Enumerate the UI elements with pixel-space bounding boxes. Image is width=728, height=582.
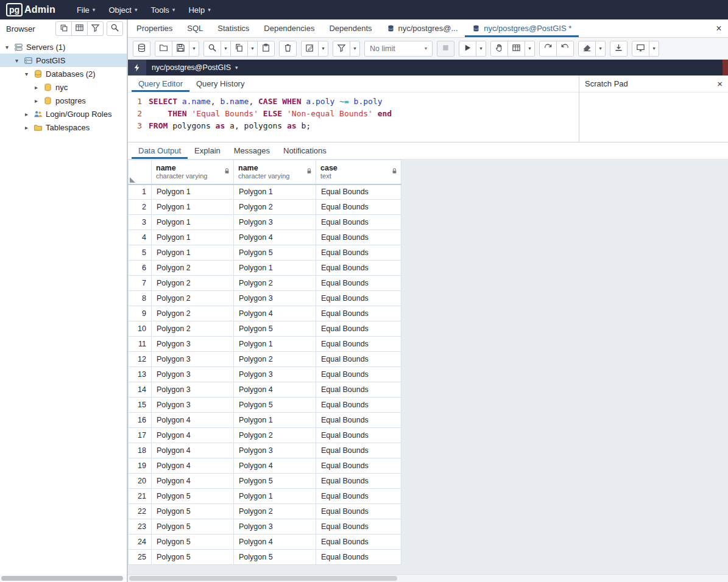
row-number[interactable]: 7: [129, 276, 152, 291]
view-data-button[interactable]: [490, 41, 508, 57]
cell-name-a[interactable]: Polygon 2: [152, 291, 234, 306]
cell-name-a[interactable]: Polygon 2: [152, 306, 234, 321]
cell-name-a[interactable]: Polygon 4: [152, 474, 234, 489]
cell-name-b[interactable]: Polygon 2: [234, 428, 316, 443]
save-file-button[interactable]: [172, 41, 189, 57]
cell-case[interactable]: Equal Bounds: [316, 428, 401, 443]
cell-name-a[interactable]: Polygon 1: [152, 230, 234, 245]
cell-name-a[interactable]: Polygon 1: [152, 215, 234, 230]
tab-properties[interactable]: Properties: [129, 19, 180, 37]
cell-name-b[interactable]: Polygon 5: [234, 474, 316, 489]
grid-scrollbar-thumb[interactable]: [129, 576, 397, 581]
tab-sql[interactable]: SQL: [180, 19, 210, 37]
row-number[interactable]: 16: [129, 413, 152, 428]
cell-name-b[interactable]: Polygon 4: [234, 535, 316, 550]
column-header-case-2[interactable]: casetext: [316, 160, 401, 184]
cell-case[interactable]: Equal Bounds: [316, 321, 401, 337]
chevron-right-icon[interactable]: ▸: [23, 124, 30, 131]
row-number[interactable]: 6: [129, 261, 152, 276]
cell-case[interactable]: Equal Bounds: [316, 474, 401, 489]
edit-options-button[interactable]: ▾: [318, 41, 328, 57]
cell-case[interactable]: Equal Bounds: [316, 382, 401, 398]
tree-item-databases-2[interactable]: ▾Databases (2): [0, 67, 127, 80]
menu-help[interactable]: Help▾: [182, 0, 217, 19]
execute-options-button[interactable]: ▾: [476, 41, 486, 57]
cell-name-b[interactable]: Polygon 2: [234, 276, 316, 291]
cell-name-b[interactable]: Polygon 4: [234, 382, 316, 398]
cell-name-b[interactable]: Polygon 2: [234, 352, 316, 367]
download-button[interactable]: [610, 41, 627, 57]
tab-dependents[interactable]: Dependents: [322, 19, 379, 37]
scratch-pad-input[interactable]: [579, 93, 728, 142]
filter-button[interactable]: [333, 41, 350, 57]
table-view-button[interactable]: [71, 21, 88, 36]
grid-horizontal-scrollbar[interactable]: [128, 574, 728, 582]
cell-case[interactable]: Equal Bounds: [316, 489, 401, 504]
cell-case[interactable]: Equal Bounds: [316, 276, 401, 291]
filter-options-button[interactable]: ▾: [350, 41, 360, 57]
tab-query-history[interactable]: Query History: [189, 75, 251, 92]
tab-data-output[interactable]: Data Output: [132, 142, 188, 159]
chevron-right-icon[interactable]: ▸: [23, 111, 30, 117]
open-file-button[interactable]: [155, 41, 172, 57]
cell-name-a[interactable]: Polygon 5: [152, 550, 234, 565]
cell-name-b[interactable]: Polygon 3: [234, 519, 316, 535]
cell-name-b[interactable]: Polygon 3: [234, 443, 316, 458]
column-header-name-1[interactable]: namecharacter varying: [234, 160, 316, 184]
query-tool-button[interactable]: [133, 41, 150, 57]
delete-button[interactable]: [279, 41, 297, 57]
row-number[interactable]: 22: [129, 504, 152, 519]
cell-name-b[interactable]: Polygon 2: [234, 200, 316, 215]
cell-name-b[interactable]: Polygon 3: [234, 367, 316, 382]
cell-name-b[interactable]: Polygon 1: [234, 261, 316, 276]
cell-case[interactable]: Equal Bounds: [316, 337, 401, 352]
menu-file[interactable]: File▾: [70, 0, 102, 19]
tab-nyc-postgres[interactable]: nyc/postgres@...: [380, 19, 465, 37]
cell-name-b[interactable]: Polygon 5: [234, 398, 316, 413]
tree-item-servers-1[interactable]: ▾Servers (1): [0, 40, 127, 54]
cell-name-a[interactable]: Polygon 5: [152, 519, 234, 535]
find-options-button[interactable]: ▾: [221, 41, 231, 57]
cell-case[interactable]: Equal Bounds: [316, 443, 401, 458]
cell-case[interactable]: Equal Bounds: [316, 200, 401, 215]
row-number[interactable]: 12: [129, 352, 152, 367]
rollback-button[interactable]: [556, 41, 574, 57]
cell-case[interactable]: Equal Bounds: [316, 215, 401, 230]
macros-button[interactable]: [632, 41, 649, 57]
cell-name-b[interactable]: Polygon 4: [234, 306, 316, 321]
cell-name-b[interactable]: Polygon 1: [234, 489, 316, 504]
cell-name-b[interactable]: Polygon 3: [234, 291, 316, 306]
save-file-options-button[interactable]: ▾: [189, 41, 199, 57]
cell-name-a[interactable]: Polygon 5: [152, 535, 234, 550]
cell-case[interactable]: Equal Bounds: [316, 230, 401, 245]
tree-item-postgres[interactable]: ▸postgres: [0, 94, 127, 107]
row-number[interactable]: 4: [129, 230, 152, 245]
sql-editor[interactable]: 1SELECT a.name, b.name, CASE WHEN a.poly…: [128, 93, 579, 142]
chevron-down-icon[interactable]: ▾: [23, 71, 30, 77]
row-number[interactable]: 18: [129, 443, 152, 458]
row-number[interactable]: 19: [129, 458, 152, 474]
row-number[interactable]: 14: [129, 382, 152, 398]
execute-button[interactable]: [459, 41, 476, 57]
cell-name-a[interactable]: Polygon 5: [152, 504, 234, 519]
row-number[interactable]: 8: [129, 291, 152, 306]
cell-case[interactable]: Equal Bounds: [316, 352, 401, 367]
cell-name-a[interactable]: Polygon 2: [152, 321, 234, 337]
cell-name-a[interactable]: Polygon 3: [152, 367, 234, 382]
cell-name-b[interactable]: Polygon 1: [234, 184, 316, 200]
row-number[interactable]: 21: [129, 489, 152, 504]
column-header-name-0[interactable]: namecharacter varying: [152, 160, 234, 184]
tree-item-login-group-roles[interactable]: ▸Login/Group Roles: [0, 107, 127, 121]
tree-filter-button[interactable]: [87, 21, 104, 36]
cell-name-b[interactable]: Polygon 2: [234, 504, 316, 519]
edit-button[interactable]: [301, 41, 319, 57]
cell-case[interactable]: Equal Bounds: [316, 519, 401, 535]
table-options-button[interactable]: [507, 41, 525, 57]
row-number[interactable]: 5: [129, 245, 152, 261]
cell-name-b[interactable]: Polygon 4: [234, 458, 316, 474]
chevron-down-icon[interactable]: ▾: [4, 44, 10, 51]
cell-name-a[interactable]: Polygon 1: [152, 184, 234, 200]
tab-dependencies[interactable]: Dependencies: [256, 19, 322, 37]
cell-name-b[interactable]: Polygon 5: [234, 245, 316, 261]
row-number[interactable]: 23: [129, 519, 152, 535]
